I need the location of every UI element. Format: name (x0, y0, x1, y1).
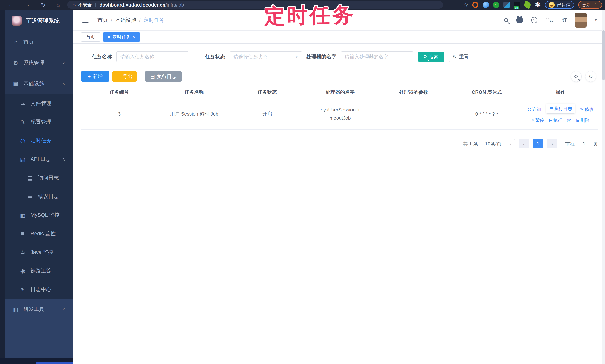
fullscreen-icon[interactable]: ⌜⌝⌞⌟ (546, 19, 554, 21)
toggle-search-button[interactable] (571, 71, 581, 82)
search-button[interactable]: 搜索 (418, 52, 444, 62)
reset-button-label: 重置 (459, 53, 469, 60)
job-name-input[interactable] (117, 51, 189, 62)
export-button[interactable]: ⇩ 导出 (112, 71, 137, 82)
run-once-link[interactable]: ▶ 执行一次 (549, 117, 571, 123)
scrollbar-thumb[interactable] (602, 30, 605, 80)
address-bar[interactable]: ⚠ 不安全 | dashboard.yudao.iocoder.cn /infr… (67, 1, 443, 9)
scrollbar[interactable] (602, 10, 605, 364)
sidebar-item-home[interactable]: ◔ 首页 (0, 32, 73, 52)
next-page-button[interactable]: › (547, 139, 557, 148)
job-log-button[interactable]: ▤ 执行日志 (145, 71, 182, 82)
page-size-select[interactable]: 10条/页 ∨ (482, 139, 515, 148)
forward-icon[interactable]: → (25, 2, 30, 8)
update-label: 更新 (582, 2, 591, 8)
sidebar-item-redis-monitor[interactable]: ≡ Redis 监控 (0, 224, 73, 243)
extension-leaf-icon[interactable] (523, 1, 531, 9)
pause-icon: × (532, 118, 534, 123)
sidebar-logo-row[interactable]: 芋道管理系统 (0, 10, 73, 32)
sidebar-item-error-log[interactable]: ▤ 错误日志 (0, 187, 73, 206)
reset-button[interactable]: ↻ 重置 (449, 52, 472, 62)
page-number-button[interactable]: 1 (533, 139, 543, 148)
col-job-status: 任务状态 (231, 86, 303, 98)
app-logo (12, 16, 22, 26)
sidebar-item-config-manage[interactable]: ✎ 配置管理 (0, 113, 73, 131)
sidebar-item-mysql-monitor[interactable]: ▦ MySQL 监控 (0, 206, 73, 224)
job-status-select[interactable]: 请选择任务状态 ∨ (230, 51, 302, 62)
sidebar-item-label: 文件管理 (30, 100, 51, 107)
help-icon[interactable]: ? (531, 17, 538, 23)
search-icon (424, 55, 427, 58)
main-content: 任务名称 任务状态 请选择任务状态 ∨ 处理器的名字 搜索 ↻ 重置 + 新增 (73, 43, 605, 364)
update-pill[interactable]: 更新 ⋮ (578, 1, 602, 9)
col-actions: 操作 (523, 86, 598, 98)
sidebar-item-label: 研发工具 (24, 306, 44, 313)
tab-home[interactable]: 首页 (81, 32, 100, 42)
chevron-up-icon: ∧ (62, 157, 65, 162)
breadcrumb-infra[interactable]: 基础设施 (115, 16, 136, 24)
sidebar-item-trace[interactable]: ◉ 链路追踪 (0, 261, 73, 280)
tab-scheduled-job[interactable]: 定时任务 × (103, 32, 140, 42)
sidebar-collapse-icon[interactable] (82, 18, 89, 23)
refresh-button[interactable]: ↻ (585, 71, 596, 82)
browser-nav-buttons: ← → ↻ ⌂ (0, 2, 60, 8)
extension-drop-icon[interactable] (483, 2, 489, 8)
sidebar-item-label: 基础设施 (24, 80, 44, 87)
caret-down-icon[interactable]: ▾ (595, 18, 597, 23)
browser-menu-dots-icon[interactable]: ⋮ (593, 2, 598, 8)
sidebar-item-label: API 日志 (30, 156, 51, 163)
extension-pinwheel-icon[interactable]: ✱ (535, 2, 541, 8)
search-icon[interactable] (504, 18, 508, 22)
extension-cubes-icon[interactable] (503, 2, 510, 8)
profile-paused-pill[interactable]: 已暂停 (545, 1, 574, 9)
sidebar-item-scheduled-job[interactable]: ◷ 定时任务 (0, 131, 73, 150)
edit-link[interactable]: ✎ 修改 (580, 106, 593, 112)
close-icon[interactable]: × (133, 35, 135, 39)
github-icon[interactable] (516, 17, 523, 24)
reload-icon[interactable]: ↻ (41, 2, 46, 8)
redis-icon: ≡ (19, 231, 27, 237)
cell-job-id: 3 (81, 98, 158, 130)
table-row: 3 用户 Session 超时 Job 开启 sysUserSessionTim… (81, 98, 598, 130)
breadcrumb-home[interactable]: 首页 (97, 16, 108, 24)
job-log-link[interactable]: ▤ 执行日志 (546, 104, 575, 114)
breadcrumb-separator: / (111, 17, 112, 23)
sidebar-item-java-monitor[interactable]: ☕ Java 监控 (0, 243, 73, 261)
sidebar-item-infra[interactable]: ▣ 基础设施 ∧ (0, 73, 73, 94)
handler-name-input[interactable] (341, 51, 413, 62)
extension-check-icon[interactable] (493, 2, 499, 8)
cloud-upload-icon: ☁ (19, 100, 27, 107)
chevron-up-icon: ∧ (62, 81, 65, 86)
sidebar-item-label: 日志中心 (30, 286, 51, 293)
delete-link[interactable]: ⊟ 删除 (576, 117, 589, 123)
pause-link[interactable]: × 暂停 (532, 117, 544, 123)
extension-ring-icon[interactable] (472, 2, 478, 8)
job-status-label: 任务状态 (205, 53, 225, 60)
goto-page-input[interactable] (579, 139, 589, 148)
app-title: 芋道管理系统 (26, 17, 60, 25)
security-label[interactable]: 不安全 (78, 2, 92, 8)
handler-name-label: 处理器的名字 (306, 53, 336, 60)
sidebar-item-api-log[interactable]: ▧ API 日志 ∧ (0, 150, 73, 169)
profile-emoji-avatar (549, 2, 555, 8)
extension-on-badge-icon[interactable] (514, 2, 520, 8)
infra-icon: ▣ (12, 80, 20, 87)
sidebar-item-log-center[interactable]: ✎ 日志中心 (0, 280, 73, 299)
sidebar-item-access-log[interactable]: ▤ 访问日志 (0, 169, 73, 187)
sidebar-item-system[interactable]: ⚙ 系统管理 ∨ (0, 52, 73, 73)
font-size-icon[interactable]: tT (562, 17, 567, 23)
home-icon[interactable]: ⌂ (56, 2, 60, 8)
bookmark-star-icon[interactable]: ☆ (463, 2, 468, 8)
user-avatar[interactable] (575, 13, 587, 27)
detail-link[interactable]: ◎ 详细 (528, 106, 541, 112)
prev-page-button[interactable]: ‹ (519, 139, 529, 148)
sidebar-footer (0, 358, 73, 364)
tab-label: 首页 (86, 34, 95, 40)
sidebar-item-file-manage[interactable]: ☁ 文件管理 (0, 94, 73, 113)
sidebar-item-label: 系统管理 (24, 59, 44, 66)
back-icon[interactable]: ← (8, 2, 14, 8)
cell-cron: 0 * * * * ? * (450, 98, 523, 130)
add-button[interactable]: + 新增 (81, 71, 109, 82)
cell-job-status: 开启 (231, 98, 303, 130)
sidebar-item-devtools[interactable]: ▥ 研发工具 ∨ (0, 299, 73, 320)
